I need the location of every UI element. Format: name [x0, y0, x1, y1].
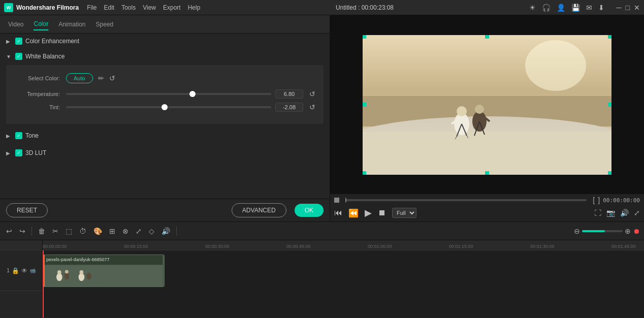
white-balance-label: White Balance	[25, 53, 65, 60]
corner-handle-mr[interactable]	[608, 103, 611, 107]
advanced-button[interactable]: ADVANCED	[232, 203, 286, 217]
menu-help[interactable]: Help	[188, 4, 201, 11]
tab-animation[interactable]: Animation	[58, 19, 85, 30]
reset-temperature-button[interactable]: ↺	[309, 90, 315, 98]
fullscreen-icon[interactable]: ⤢	[634, 209, 640, 217]
zoom-in-icon[interactable]: ⊕	[625, 227, 631, 235]
volume-icon[interactable]: 🔊	[620, 209, 629, 217]
user-icon[interactable]: 👤	[557, 4, 565, 12]
zoom-slider[interactable]	[582, 230, 623, 232]
eyedropper-icon[interactable]: ✏	[98, 74, 104, 82]
speed-button[interactable]: ⏱	[77, 226, 88, 236]
snapshot-icon[interactable]: 📷	[606, 209, 615, 217]
tab-bar: Video Color Animation Speed	[0, 15, 330, 34]
save-icon[interactable]: 💾	[571, 4, 580, 12]
tint-slider[interactable]	[66, 106, 271, 108]
zoom-out-icon[interactable]: ⊖	[574, 227, 580, 235]
tab-speed[interactable]: Speed	[96, 19, 114, 30]
playhead-thumb[interactable]	[334, 198, 339, 203]
crop-button[interactable]: ⬚	[63, 226, 74, 236]
out-bracket[interactable]: ]	[598, 196, 600, 204]
left-panel: Video Color Animation Speed ▶ Color Enha…	[0, 15, 330, 221]
tab-video[interactable]: Video	[8, 19, 23, 30]
white-balance-checkbox[interactable]	[15, 53, 22, 60]
lut-header[interactable]: ▶ 3D LUT	[0, 145, 330, 161]
stretch-button[interactable]: ⤢	[134, 226, 144, 236]
audio-button[interactable]: 🔊	[159, 226, 172, 236]
transform-button[interactable]: ⊞	[107, 226, 117, 236]
reset-button[interactable]: RESET	[6, 203, 48, 217]
video-clip[interactable]: pexels-pavel-danilyuk-6685077	[43, 255, 165, 287]
white-balance-content: Select Color: Auto ✏ ↺ Temperature: 6.80…	[6, 65, 324, 124]
topbar: W Wondershare Filmora File Edit Tools Vi…	[0, 0, 644, 15]
color-enhancement-arrow: ▶	[6, 39, 12, 44]
in-bracket[interactable]: [	[593, 196, 595, 204]
resolution-select[interactable]: Full	[392, 208, 416, 218]
tone-header[interactable]: ▶ Tone	[0, 128, 330, 143]
svg-point-23	[65, 273, 70, 280]
bottom-buttons: RESET ADVANCED OK	[0, 199, 330, 221]
lock-icon[interactable]: 🔒	[12, 267, 19, 274]
delete-button[interactable]: 🗑	[36, 226, 47, 236]
menu-tools[interactable]: Tools	[121, 4, 136, 11]
corner-handle-br[interactable]	[608, 171, 611, 175]
eye-icon[interactable]: 👁	[21, 267, 27, 274]
tint-row: Tint: -2.08 ↺	[14, 103, 315, 112]
color-enhancement-checkbox[interactable]	[15, 38, 22, 45]
timer-button[interactable]: ⊗	[120, 226, 131, 236]
menu-view[interactable]: View	[143, 4, 156, 11]
undo-button[interactable]: ↩	[4, 226, 14, 236]
lut-arrow: ▶	[6, 150, 12, 156]
menu-edit[interactable]: Edit	[104, 4, 114, 11]
zoom-controls: ⊖ ⊕ ⏺	[574, 227, 640, 235]
ok-button[interactable]: OK	[295, 204, 324, 217]
temperature-input[interactable]: 6.80	[275, 89, 303, 99]
timeline-tracks: 1 🔒 👁 📹 00:00:00:00 00:00:15:00 00:00:30…	[0, 240, 644, 318]
reset-tint-button[interactable]: ↺	[309, 103, 315, 111]
tab-color[interactable]: Color	[34, 18, 48, 30]
white-balance-arrow: ▼	[6, 54, 12, 59]
corner-handle-bl[interactable]	[363, 171, 366, 175]
step-back-button[interactable]: ⏪	[348, 208, 359, 218]
maximize-button[interactable]: □	[626, 4, 630, 12]
menu-export[interactable]: Export	[163, 4, 181, 11]
app-name: Wondershare Filmora	[16, 4, 79, 11]
menu-file[interactable]: File	[87, 4, 96, 11]
sun-icon[interactable]: ☀	[529, 4, 536, 12]
corner-handle-tm[interactable]	[485, 35, 489, 39]
corner-handle-bm[interactable]	[485, 171, 489, 175]
tone-checkbox[interactable]	[15, 132, 22, 139]
skip-back-button[interactable]: ⏮	[334, 208, 342, 217]
fit-screen-icon[interactable]: ⛶	[594, 209, 601, 217]
cut-button[interactable]: ✂	[50, 226, 60, 236]
lut-checkbox[interactable]	[15, 149, 22, 156]
tint-input[interactable]: -2.08	[275, 103, 303, 112]
download-icon[interactable]: ⬇	[598, 4, 604, 12]
color-enhancement-header[interactable]: ▶ Color Enhancement	[0, 34, 330, 49]
record-icon[interactable]: ⏺	[633, 227, 640, 235]
mail-icon[interactable]: ✉	[586, 4, 592, 12]
close-button[interactable]: ✕	[634, 4, 640, 12]
corner-handle-tl[interactable]	[363, 35, 366, 39]
color-button[interactable]: 🎨	[91, 226, 104, 236]
temperature-label: Temperature:	[14, 91, 60, 97]
clip-icon[interactable]: 📹	[29, 268, 36, 273]
temperature-slider[interactable]	[66, 93, 271, 95]
headset-icon[interactable]: 🎧	[542, 4, 551, 12]
reset-wb-icon[interactable]: ↺	[109, 74, 115, 82]
auto-button[interactable]: Auto	[66, 73, 93, 83]
keyframe-button[interactable]: ◇	[147, 226, 156, 236]
corner-handle-ml[interactable]	[363, 103, 366, 107]
stop-button[interactable]: ⏹	[378, 208, 386, 217]
playhead[interactable]	[43, 250, 44, 318]
play-button[interactable]: ▶	[365, 207, 372, 218]
redo-button[interactable]: ↪	[17, 226, 27, 236]
corner-handle-tr[interactable]	[608, 35, 611, 39]
ruler-label-spacer	[0, 240, 42, 250]
minimize-button[interactable]: ─	[617, 4, 622, 12]
preview-timeline[interactable]	[345, 199, 587, 201]
white-balance-header[interactable]: ▼ White Balance	[0, 49, 330, 64]
track-labels: 1 🔒 👁 📹	[0, 240, 43, 318]
track-1-label: 1 🔒 👁 📹	[0, 250, 42, 291]
temperature-row: Temperature: 6.80 ↺	[14, 89, 315, 99]
